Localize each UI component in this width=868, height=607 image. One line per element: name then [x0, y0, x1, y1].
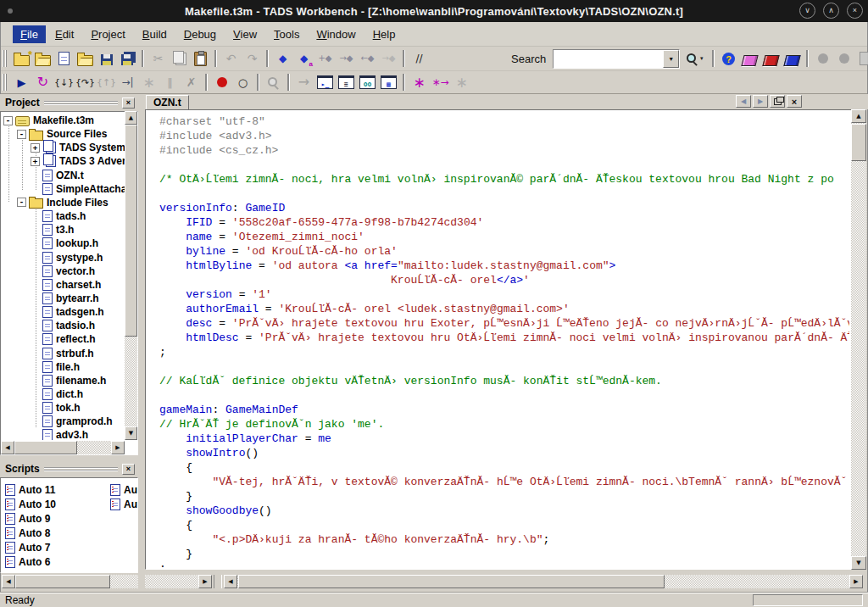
tree-item-tok-h[interactable]: tok.h [31, 401, 81, 415]
compile-and-run-button[interactable]: ∗→ [430, 73, 451, 92]
menu-window[interactable]: Window [309, 25, 363, 43]
set-next-bookmark-button[interactable]: +◆ [314, 49, 336, 69]
tree-item-tads-3-advent[interactable]: +TADS 3 Advent [31, 154, 125, 168]
menu-debug[interactable]: Debug [176, 25, 224, 43]
tree-item-include-files[interactable]: -Include Files [17, 196, 108, 209]
library-reference-button[interactable] [782, 49, 803, 69]
go-button[interactable]: ▶ [11, 73, 32, 92]
named-bookmark-button[interactable]: ◆a [293, 49, 314, 69]
panel-splitter-vertical[interactable] [138, 94, 145, 588]
tads-manuals-button[interactable] [739, 49, 760, 69]
menu-help[interactable]: Help [365, 25, 403, 43]
tree-item-tadsio-h[interactable]: tadsio.h [31, 319, 95, 332]
menu-edit[interactable]: Edit [47, 25, 81, 43]
stack-window-button[interactable]: ▦ [378, 73, 399, 92]
scroll-thumb[interactable] [238, 575, 665, 588]
tree-item-charset-h[interactable]: charset.h [31, 278, 101, 292]
search-options-button[interactable]: ▾ [680, 49, 709, 69]
menu-file[interactable]: File [13, 25, 46, 43]
menu-project[interactable]: Project [83, 25, 132, 43]
scroll-right-arrow[interactable] [111, 441, 125, 454]
scroll-down-arrow[interactable] [125, 426, 137, 440]
scripts-horizontal-scrollbar[interactable] [2, 575, 212, 588]
tree-item-file-h[interactable]: file.h [31, 360, 80, 374]
editor-vertical-scrollbar[interactable] [851, 109, 866, 570]
paste-button[interactable] [190, 49, 211, 69]
tree-item-reflect-h[interactable]: reflect.h [31, 332, 96, 346]
comment-lines-button[interactable]: // [409, 49, 430, 69]
script-item-auto-10[interactable]: Auto 10 [5, 498, 56, 511]
tree-item-dict-h[interactable]: dict.h [31, 387, 83, 401]
project-tree-vertical-scrollbar[interactable] [125, 111, 137, 440]
previous-bookmark-button[interactable]: ←◆ [357, 49, 378, 69]
step-into-button[interactable]: {↓} [53, 73, 75, 92]
tree-item-adv3-h[interactable]: adv3.h [31, 428, 88, 440]
new-file-button[interactable] [53, 49, 75, 69]
panel-grip[interactable] [44, 467, 118, 471]
script-item-auto-9[interactable]: Auto 9 [5, 512, 50, 526]
tree-item-filename-h[interactable]: filename.h [31, 374, 106, 387]
project-panel-close-button[interactable] [122, 97, 135, 109]
toolbar-grip[interactable] [3, 50, 7, 67]
script-item-auto-8[interactable]: Auto 8 [5, 526, 50, 540]
project-panel-header[interactable]: Project [0, 94, 138, 111]
next-window-button[interactable]: ▶ [753, 95, 768, 108]
watch-window-button[interactable]: ≡ [336, 73, 357, 92]
replay-button[interactable]: ↻ [32, 73, 53, 92]
script-item-auto-5[interactable]: Auto 5 [110, 483, 137, 497]
scroll-thumb[interactable] [125, 125, 137, 337]
toggle-breakpoint-button[interactable] [211, 73, 232, 92]
tree-item-t3-h[interactable]: t3.h [31, 223, 74, 237]
save-button[interactable] [96, 49, 117, 69]
close-window-button[interactable]: × [787, 95, 802, 108]
tree-item-strbuf-h[interactable]: strbuf.h [31, 347, 94, 360]
scroll-up-arrow[interactable] [851, 109, 866, 123]
menu-tools[interactable]: Tools [266, 25, 307, 43]
scripts-list[interactable]: Auto 11Auto 10Auto 9Auto 8Auto 7Auto 6Au… [1, 478, 137, 573]
script-item-auto-11[interactable]: Auto 11 [5, 483, 55, 497]
tree-item-tads-h[interactable]: tads.h [31, 209, 86, 223]
scroll-left-arrow[interactable] [1, 441, 14, 454]
expander-minus-icon[interactable]: - [3, 116, 13, 125]
open-file-button[interactable] [75, 49, 96, 69]
open-project-button[interactable] [32, 49, 53, 69]
scripts-panel-header[interactable]: Scripts [0, 460, 138, 477]
scroll-right-arrow[interactable] [849, 575, 863, 588]
next-bookmark-button[interactable]: →◆ [336, 49, 357, 69]
toggle-bookmark-button[interactable]: ◆ [272, 49, 293, 69]
tree-item-ozn-t[interactable]: OZN.t [31, 169, 84, 182]
script-item-auto-7[interactable]: Auto 7 [5, 541, 50, 554]
menu-build[interactable]: Build [135, 25, 175, 43]
run-to-cursor-button[interactable]: →| [117, 73, 138, 92]
tree-item-vector-h[interactable]: vector.h [31, 265, 95, 278]
save-all-button[interactable] [117, 49, 138, 69]
panel-grip[interactable] [44, 101, 118, 105]
scroll-up-arrow[interactable] [125, 111, 137, 125]
game-window-button[interactable]: ▸_ [314, 73, 336, 92]
search-input[interactable] [554, 50, 663, 68]
minimize-button[interactable]: ∨ [799, 3, 815, 19]
tree-item-bytearr-h[interactable]: bytearr.h [31, 292, 99, 305]
toolbar-grip[interactable] [3, 74, 7, 91]
scroll-down-arrow[interactable] [851, 556, 866, 570]
scroll-right-arrow[interactable] [198, 575, 212, 588]
tree-item-source-files[interactable]: -Source Files [17, 127, 107, 141]
tree-item-simpleattacha[interactable]: SimpleAttacha [31, 182, 125, 196]
expander-minus-icon[interactable]: - [17, 198, 26, 207]
new-project-button[interactable] [11, 49, 32, 69]
step-over-button[interactable]: {↷} [75, 73, 96, 92]
previous-window-button[interactable]: ◀ [736, 95, 751, 108]
scripts-panel-close-button[interactable] [122, 464, 135, 475]
project-tree-horizontal-scrollbar[interactable] [1, 441, 125, 454]
restore-window-button[interactable] [770, 95, 785, 108]
project-tree[interactable]: -Makefile.t3m-Source Files+TADS System F… [1, 112, 125, 440]
help-button[interactable]: ? [718, 49, 739, 69]
tree-item-lookup-h[interactable]: lookup.h [31, 237, 98, 250]
tree-item-tadsgen-h[interactable]: tadsgen.h [31, 305, 104, 319]
disable-breakpoint-button[interactable]: ○ [232, 73, 253, 92]
editor-horizontal-scrollbar[interactable] [224, 575, 863, 588]
script-item-auto-4[interactable]: Auto 4 [110, 498, 137, 511]
menu-view[interactable]: View [225, 25, 264, 43]
expander-minus-icon[interactable]: - [17, 130, 26, 139]
locals-window-button[interactable]: oo [357, 73, 378, 92]
